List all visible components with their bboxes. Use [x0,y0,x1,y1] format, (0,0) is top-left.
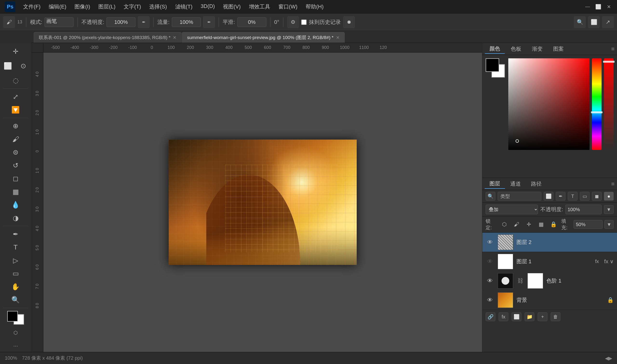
opacity-input[interactable] [106,17,135,27]
zoom-tool[interactable]: 🔍 [8,294,23,306]
menu-layer[interactable]: 图层(L) [94,2,119,11]
menu-view[interactable]: 视图(V) [219,2,244,11]
eyedropper-tool[interactable]: 🔽 [8,104,23,116]
tab-0[interactable]: 联系表-001 @ 200% (pexels-ylanite-koppens-1… [34,32,181,43]
flow-input[interactable] [172,17,201,27]
blend-mode-select[interactable]: 叠加 正常 正片叠底 滤色 柔光 [486,205,538,214]
gradient-tool[interactable]: ▦ [8,186,23,198]
share-btn[interactable]: ↗ [602,16,614,28]
clone-tool[interactable]: ⊜ [8,146,23,158]
tab-1-close[interactable]: ✕ [336,35,340,40]
layer-visibility-btn[interactable]: 👁 [486,277,494,284]
history-brush-tool[interactable]: ↺ [8,159,23,171]
smooth-input[interactable] [237,17,266,27]
tab-paths[interactable]: 路径 [526,179,546,189]
healing-tool[interactable]: ⊕ [8,120,23,132]
eraser-tool[interactable]: ◻ [8,173,23,185]
pressure-flow-btn[interactable]: ✒ [203,16,215,28]
add-mask-btn[interactable]: ⬜ [512,312,521,321]
foreground-color-swatch[interactable] [7,311,18,322]
filter-shape-btn[interactable]: ▭ [580,192,590,201]
search-btn[interactable]: 🔍 [574,16,586,28]
lock-all-btn[interactable]: 🔒 [549,220,558,229]
add-style-btn[interactable]: fx [499,312,508,321]
filter-type-btn[interactable]: T [568,192,578,201]
menu-help[interactable]: 帮助(H) [302,2,328,11]
minimize-button[interactable]: — [584,3,591,10]
link-layers-btn[interactable]: 🔗 [486,312,495,321]
brush-tool[interactable]: 🖌 [8,133,23,145]
close-button[interactable]: ✕ [605,3,612,10]
opacity-lock-btn[interactable]: ▼ [604,205,614,214]
menu-plugins[interactable]: 增效工具 [245,2,274,11]
lock-move-btn[interactable]: ✛ [525,220,533,229]
dodge-tool[interactable]: ◑ [8,212,23,224]
filter-adjust-btn[interactable]: ✒ [556,192,566,201]
delete-layer-btn[interactable]: 🗑 [551,312,560,321]
lock-transparent-btn[interactable]: ⬡ [500,220,509,229]
filter-smart-btn[interactable]: ◼ [592,192,602,201]
layer-visibility-btn[interactable]: 👁 [486,239,494,246]
fill-arrow-btn[interactable]: ▼ [604,220,614,229]
menu-edit[interactable]: 编辑(E) [45,2,70,11]
tab-patterns[interactable]: 图案 [548,44,568,53]
tab-gradients[interactable]: 渐变 [527,44,547,53]
canvas-work-area[interactable] [43,52,482,352]
lock-paint-btn[interactable]: 🖌 [512,220,521,229]
brush-preset-picker[interactable]: 🖌 [3,16,15,28]
quick-select-tool[interactable]: ◌ [8,74,23,86]
marquee-tool[interactable]: ⬜ [0,58,15,73]
new-layer-btn[interactable]: + [538,312,547,321]
fill-input[interactable] [574,220,603,229]
menu-3d[interactable]: 3D(D) [197,2,219,11]
panel-options-btn[interactable]: ≡ [611,46,615,52]
shape-tool[interactable]: ▭ [8,268,23,280]
restore-button[interactable]: ⬜ [595,3,602,10]
workspace-btn[interactable]: ⬜ [588,16,600,28]
menu-image[interactable]: 图像(I) [71,2,94,11]
layer-visibility-btn[interactable]: 👁 [486,258,494,265]
tab-0-close[interactable]: ✕ [173,35,176,40]
filter-pixel-btn[interactable]: ⬜ [544,192,553,201]
type-tool[interactable]: T [8,241,23,253]
tab-1[interactable]: summerfield-woman-girl-sunset-preview.jp… [182,32,344,43]
opacity-input[interactable] [566,205,602,214]
tab-channels[interactable]: 通道 [505,179,526,189]
new-group-btn[interactable]: 📁 [525,312,534,321]
extra-tools-btn[interactable]: ⋯ [8,340,23,352]
alpha-bar[interactable] [604,58,614,150]
hand-tool[interactable]: ✋ [8,281,23,293]
pressure-opacity-btn[interactable]: ✒ [138,16,149,28]
layer-item-layer2[interactable]: 👁 图层 2 [482,233,617,252]
history-checkbox[interactable] [301,20,307,25]
hue-bar[interactable] [592,58,602,150]
lock-artboard-btn[interactable]: ▦ [537,220,546,229]
tab-layers[interactable]: 图层 [485,179,505,189]
layer-item-layer1[interactable]: 👁 图层 1 fx fx ∨ [482,252,617,271]
quick-mask-btn[interactable]: ⬡ [8,327,23,339]
filter-toggle[interactable]: ● [604,192,614,201]
mode-select[interactable]: 画笔 [45,17,74,27]
hue-saturation-picker[interactable] [508,58,590,150]
settings-btn[interactable]: ⚙ [287,16,299,28]
layer-item-background[interactable]: 👁 背景 🔒 [482,290,617,310]
menu-window[interactable]: 窗口(W) [274,2,301,11]
layer-item-levels1[interactable]: 👁 ⛓ 色阶 1 [482,271,617,290]
layers-type-filter[interactable]: 类型 [498,192,541,201]
menu-file[interactable]: 文件(F) [19,2,44,11]
record-btn[interactable]: ⏺ [343,16,355,28]
pen-tool[interactable]: ✒ [8,228,23,240]
menu-filter[interactable]: 滤镜(T) [171,2,196,11]
blur-tool[interactable]: 💧 [8,199,23,211]
crop-tool[interactable]: ⤢ [8,91,23,103]
menu-type[interactable]: 文字(T) [120,2,145,11]
foreground-swatch[interactable] [486,58,499,72]
tab-color[interactable]: 颜色 [485,44,505,54]
menu-select[interactable]: 选择(S) [145,2,171,11]
hs-picker-handle[interactable] [515,139,519,143]
lasso-tool[interactable]: ⊙ [16,58,31,73]
path-select-tool[interactable]: ▷ [8,254,23,266]
layer-visibility-btn[interactable]: 👁 [486,297,494,303]
layers-panel-options[interactable]: ≡ [611,181,615,187]
tab-swatches[interactable]: 色板 [506,44,526,53]
